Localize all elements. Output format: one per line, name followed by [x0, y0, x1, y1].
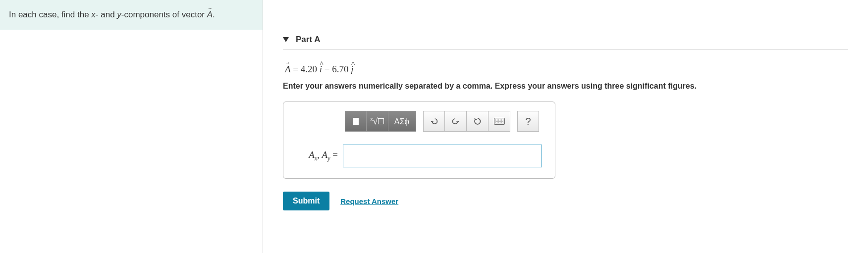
keyboard-button[interactable] [488, 111, 510, 132]
prompt-text-3: -components of vector [121, 10, 207, 19]
unit-vector-i: i [320, 64, 322, 75]
radical-button[interactable]: x√ [367, 111, 388, 132]
help-icon: ? [525, 116, 531, 127]
greek-button[interactable]: ΑΣϕ [388, 111, 416, 132]
answer-instruction: Enter your answers numerically separated… [283, 82, 868, 91]
unit-vector-j: j [351, 64, 353, 75]
equation-minus: − [322, 64, 332, 74]
vector-symbol: A [207, 10, 213, 20]
rectangle-icon [353, 118, 359, 125]
equation-lhs: A [285, 64, 291, 75]
equation-display: A = 4.20 i − 6.70 j [285, 64, 868, 75]
request-answer-link[interactable]: Request Answer [340, 197, 398, 205]
prompt-xvar: x [91, 10, 96, 19]
prompt-text-2: - and [96, 10, 117, 19]
answer-variable-label: Ax, Ay = [290, 150, 338, 162]
undo-icon [429, 116, 439, 126]
answer-input[interactable] [343, 145, 542, 167]
radical-icon: x√ [371, 116, 384, 127]
redo-icon [451, 116, 461, 126]
help-button[interactable]: ? [517, 111, 539, 132]
submit-button[interactable]: Submit [283, 192, 329, 210]
collapse-icon [283, 37, 289, 42]
part-title: Part A [296, 35, 320, 45]
answer-panel: x√ ΑΣϕ [283, 101, 555, 179]
prompt-text-1: In each case, find the [9, 10, 91, 19]
equation-coeff2: 6.70 [332, 64, 348, 74]
reset-button[interactable] [467, 111, 488, 132]
prompt-text-4: . [213, 10, 215, 19]
problem-prompt: In each case, find the x- and y-componen… [0, 0, 263, 30]
keyboard-icon [494, 118, 505, 125]
equation-eq: = [291, 64, 301, 74]
greek-label: ΑΣϕ [394, 117, 410, 126]
prompt-yvar: y [117, 10, 121, 19]
template-button[interactable] [345, 111, 367, 132]
equation-coeff1: 4.20 [301, 64, 317, 74]
undo-button[interactable] [423, 111, 445, 132]
reset-icon [473, 116, 483, 126]
equation-toolbar: x√ ΑΣϕ [345, 111, 548, 132]
redo-button[interactable] [445, 111, 467, 132]
part-a-header[interactable]: Part A [283, 35, 848, 50]
